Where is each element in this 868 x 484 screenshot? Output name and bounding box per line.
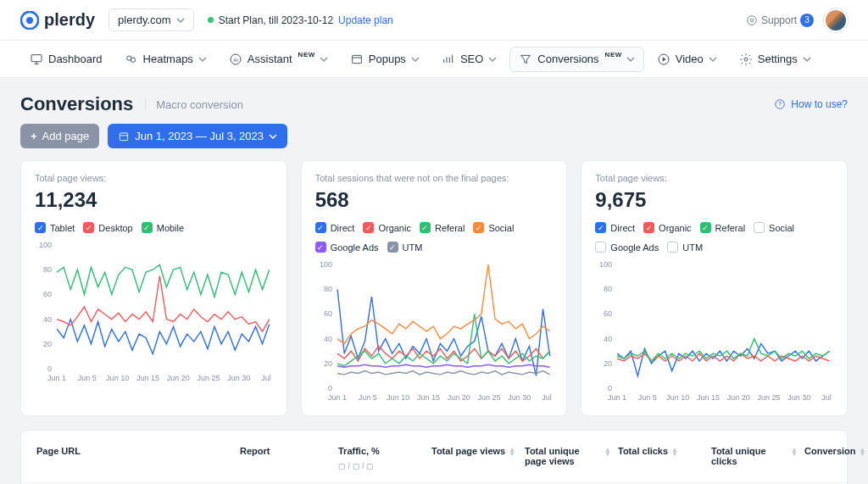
update-plan-link[interactable]: Update plan xyxy=(338,14,393,26)
legend-item[interactable]: ✓Organic xyxy=(363,222,411,233)
th-report[interactable]: Report xyxy=(240,446,270,456)
table-header: Page URL Report Traffic, %▢ / ▢ / ▢ Tota… xyxy=(21,431,847,482)
brand-text: plerdy xyxy=(44,10,95,30)
legend-item[interactable]: ✓Social xyxy=(473,222,514,233)
svg-point-1 xyxy=(26,16,33,23)
checkbox-icon: ✓ xyxy=(142,222,153,233)
legend-label: Google Ads xyxy=(610,242,659,253)
nav-label: Settings xyxy=(758,53,798,65)
card-sessions: Total sessions that were not on the fina… xyxy=(301,160,568,416)
legend-item[interactable]: UTM xyxy=(667,242,703,253)
svg-text:Jul 1: Jul 1 xyxy=(542,393,554,402)
legend-label: Organic xyxy=(378,223,411,233)
add-page-button[interactable]: + Add page xyxy=(20,124,99,148)
sort-icon[interactable]: ▲▼ xyxy=(860,448,866,456)
nav-settings[interactable]: Settings xyxy=(730,47,821,72)
checkbox-icon: ✓ xyxy=(700,222,711,233)
svg-text:Jun 20: Jun 20 xyxy=(727,393,750,402)
chevron-down-icon xyxy=(803,55,811,64)
nav-label: SEO xyxy=(460,53,483,65)
plerdy-logo-icon xyxy=(20,11,39,30)
svg-text:0: 0 xyxy=(328,384,332,392)
svg-text:60: 60 xyxy=(604,309,612,318)
logo[interactable]: plerdy xyxy=(20,10,95,30)
card-total-page-views-2: Total page views: 9,675 ✓Direct✓Organic✓… xyxy=(581,160,848,416)
chevron-down-icon xyxy=(198,55,207,64)
legend-label: UTM xyxy=(403,242,423,253)
help-icon: ? xyxy=(774,98,786,110)
svg-text:100: 100 xyxy=(320,260,332,269)
date-range-button[interactable]: Jun 1, 2023 — Jul 3, 2023 xyxy=(108,124,287,148)
card-value: 568 xyxy=(315,188,554,212)
card-value: 11,234 xyxy=(35,188,273,212)
svg-text:Jun 1: Jun 1 xyxy=(328,393,347,402)
svg-text:Jun 25: Jun 25 xyxy=(477,393,500,402)
legend-item[interactable]: ✓Direct xyxy=(315,222,355,233)
chevron-down-icon xyxy=(411,55,420,64)
svg-text:20: 20 xyxy=(604,359,612,368)
topbar: plerdy plerdy.com Start Plan, till 2023-… xyxy=(0,0,868,41)
legend-item[interactable]: ✓Mobile xyxy=(142,222,184,233)
legend-item[interactable]: ✓Organic xyxy=(643,222,692,233)
checkbox-icon xyxy=(595,242,606,253)
nav-dashboard[interactable]: Dashboard xyxy=(20,47,112,72)
legend-item[interactable]: ✓Referal xyxy=(420,222,465,233)
svg-text:100: 100 xyxy=(39,241,52,249)
support-link[interactable]: Support 3 xyxy=(746,14,814,27)
svg-text:Jun 30: Jun 30 xyxy=(227,374,250,382)
th-tc[interactable]: Total clicks xyxy=(618,446,668,456)
legend: ✓Direct✓Organic✓Referal✓Social✓Google Ad… xyxy=(315,222,554,253)
chevron-down-icon xyxy=(626,55,635,64)
legend-label: Tablet xyxy=(50,223,75,233)
legend-item[interactable]: ✓Tablet xyxy=(35,222,75,233)
th-tpv[interactable]: Total page views xyxy=(431,446,505,456)
site-selector[interactable]: plerdy.com xyxy=(108,8,194,31)
checkbox-icon: ✓ xyxy=(363,222,374,233)
chart-1: 020406080100Jun 1Jun 5Jun 10Jun 15Jun 20… xyxy=(35,240,273,384)
nav-popups[interactable]: Popups xyxy=(341,47,429,72)
avatar[interactable] xyxy=(824,8,848,32)
svg-text:Jun 5: Jun 5 xyxy=(638,393,657,402)
toolbar: + Add page Jun 1, 2023 — Jul 3, 2023 xyxy=(0,124,868,160)
support-label: Support xyxy=(761,14,797,26)
th-conv[interactable]: Conversion xyxy=(804,446,856,456)
nav-assistant[interactable]: AI AssistantNEW xyxy=(220,47,337,72)
svg-text:Jun 20: Jun 20 xyxy=(447,393,470,402)
svg-rect-15 xyxy=(120,132,128,140)
legend-item[interactable]: Social xyxy=(754,222,794,233)
th-traffic[interactable]: Traffic, % xyxy=(338,446,380,456)
page-header: Conversions Macro conversion ? How to us… xyxy=(0,78,868,124)
sort-icon[interactable]: ▲▼ xyxy=(671,448,678,456)
sort-icon[interactable]: ▲▼ xyxy=(791,448,798,456)
svg-text:Jun 5: Jun 5 xyxy=(359,393,377,402)
nav-seo[interactable]: SEO xyxy=(432,47,506,72)
legend-item[interactable]: Google Ads xyxy=(595,242,659,253)
th-tupv[interactable]: Total unique page views xyxy=(525,446,601,466)
card-label: Total page views: xyxy=(35,173,273,183)
seo-icon xyxy=(442,53,455,66)
legend-label: Social xyxy=(488,223,514,233)
chevron-down-icon xyxy=(488,55,497,64)
svg-text:0: 0 xyxy=(608,384,612,392)
legend-item[interactable]: ✓Direct xyxy=(595,222,635,233)
legend-item[interactable]: ✓UTM xyxy=(387,242,423,253)
svg-text:60: 60 xyxy=(43,290,52,298)
chevron-down-icon xyxy=(269,132,277,141)
th-url[interactable]: Page URL xyxy=(36,446,81,456)
monitor-icon xyxy=(30,53,43,66)
legend-item[interactable]: ✓Referal xyxy=(700,222,745,233)
legend-item[interactable]: ✓Desktop xyxy=(83,222,132,233)
nav-heatmaps[interactable]: Heatmaps xyxy=(115,47,216,72)
nav-label: Assistant xyxy=(248,53,292,65)
nav-conversions[interactable]: ConversionsNEW xyxy=(509,47,643,72)
th-tuc[interactable]: Total unique clicks xyxy=(711,446,787,466)
sort-icon[interactable]: ▲▼ xyxy=(509,448,515,456)
legend: ✓Tablet✓Desktop✓Mobile xyxy=(35,222,273,233)
how-to-use-link[interactable]: ? How to use? xyxy=(774,98,848,110)
device-icons: ▢ / ▢ / ▢ xyxy=(338,462,374,470)
legend-item[interactable]: ✓Google Ads xyxy=(315,242,379,253)
add-page-label: Add page xyxy=(42,130,90,142)
nav-video[interactable]: Video xyxy=(648,47,726,72)
sort-icon[interactable]: ▲▼ xyxy=(604,448,611,456)
svg-text:40: 40 xyxy=(324,335,332,343)
